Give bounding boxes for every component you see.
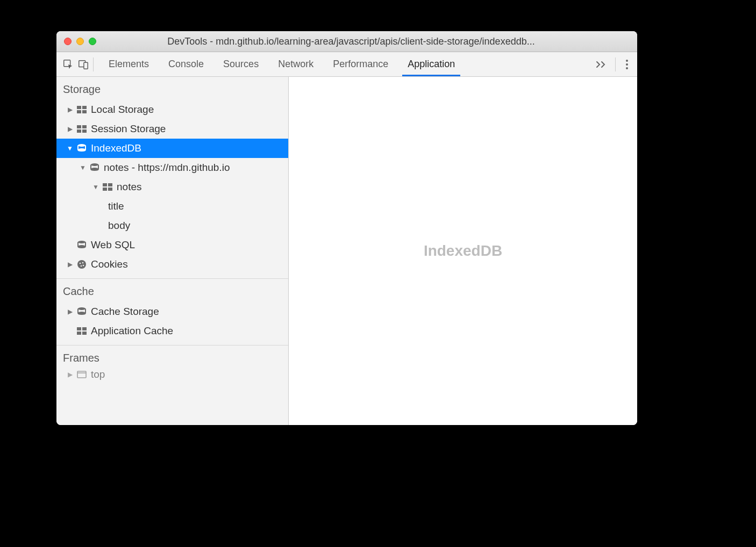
frame-icon: [76, 371, 88, 378]
svg-point-27: [81, 265, 82, 267]
section-header-cache: Cache: [56, 279, 288, 302]
tree-item-label: top: [91, 369, 105, 380]
window-title: DevTools - mdn.github.io/learning-area/j…: [105, 36, 630, 47]
table-icon: [76, 327, 88, 335]
main-content-pane: IndexedDB: [289, 77, 637, 425]
sidebar-item-web-sql[interactable]: Web SQL: [56, 235, 288, 255]
svg-rect-8: [77, 110, 81, 113]
svg-point-15: [78, 148, 85, 151]
svg-rect-33: [77, 332, 81, 335]
zoom-window-button[interactable]: [89, 38, 96, 45]
svg-point-28: [83, 265, 84, 267]
devtools-window: DevTools - mdn.github.io/learning-area/j…: [56, 31, 637, 425]
svg-rect-12: [77, 129, 81, 133]
sidebar-item-local-storage[interactable]: ▶ Local Storage: [56, 100, 288, 119]
svg-point-5: [626, 67, 628, 69]
table-icon: [76, 125, 88, 133]
tree-item-label: Local Storage: [91, 104, 154, 116]
inspect-element-icon[interactable]: [61, 57, 76, 72]
svg-rect-32: [82, 327, 87, 330]
tab-application[interactable]: Application: [398, 52, 465, 76]
svg-rect-21: [108, 188, 112, 191]
sidebar-item-application-cache[interactable]: Application Cache: [56, 321, 288, 341]
sidebar-item-cookies[interactable]: ▶ Cookies: [56, 255, 288, 274]
svg-point-26: [82, 262, 84, 264]
database-icon: [76, 143, 88, 153]
svg-rect-11: [82, 125, 87, 128]
svg-rect-20: [103, 188, 107, 191]
minimize-window-button[interactable]: [76, 38, 84, 45]
tab-console[interactable]: Console: [159, 52, 213, 76]
database-icon: [89, 163, 101, 172]
main-placeholder-text: IndexedDB: [424, 242, 502, 260]
tree-item-label: title: [108, 200, 124, 212]
svg-point-14: [78, 144, 85, 147]
tab-network[interactable]: Network: [268, 52, 323, 76]
svg-point-3: [626, 60, 628, 62]
tabs-overflow-icon[interactable]: [589, 61, 613, 68]
tab-performance[interactable]: Performance: [323, 52, 398, 76]
svg-rect-19: [108, 183, 112, 186]
sidebar-item-index-body[interactable]: body: [56, 216, 288, 235]
svg-rect-6: [77, 106, 81, 109]
sidebar-item-frame-top[interactable]: ▶ top: [56, 369, 288, 380]
tree-item-label: body: [108, 220, 130, 232]
svg-point-22: [78, 241, 85, 243]
application-sidebar: Storage ▶ Local Storage ▶ Session Storag…: [56, 77, 289, 425]
tree-item-label: IndexedDB: [91, 142, 141, 154]
tree-item-label: notes - https://mdn.github.io: [104, 162, 230, 174]
svg-rect-34: [82, 332, 87, 335]
section-header-storage: Storage: [56, 77, 288, 100]
titlebar: DevTools - mdn.github.io/learning-area/j…: [56, 31, 637, 52]
table-icon: [102, 183, 113, 191]
collapse-arrow-icon: ▼: [92, 183, 99, 191]
expand-arrow-icon: ▶: [66, 371, 74, 378]
collapse-arrow-icon: ▼: [79, 164, 87, 171]
sidebar-item-indexeddb-database[interactable]: ▼ notes - https://mdn.github.io: [56, 158, 288, 177]
database-icon: [76, 307, 88, 316]
tab-sources[interactable]: Sources: [213, 52, 268, 76]
svg-rect-10: [77, 125, 81, 128]
sidebar-item-indexeddb-store[interactable]: ▼ notes: [56, 177, 288, 197]
tree-item-label: Web SQL: [91, 239, 135, 251]
collapse-arrow-icon: ▼: [66, 145, 74, 152]
device-toolbar-icon[interactable]: [76, 57, 91, 72]
svg-rect-31: [77, 327, 81, 330]
sidebar-item-cache-storage[interactable]: ▶ Cache Storage: [56, 302, 288, 321]
expand-arrow-icon: ▶: [66, 125, 74, 133]
sidebar-item-indexeddb[interactable]: ▼ IndexedDB: [56, 139, 288, 158]
expand-arrow-icon: ▶: [66, 261, 74, 268]
tree-item-label: Session Storage: [91, 123, 166, 135]
expand-arrow-icon: ▶: [66, 308, 74, 315]
expand-arrow-icon: ▶: [66, 106, 74, 113]
tree-item-label: notes: [117, 181, 141, 193]
traffic-lights: [64, 38, 96, 45]
table-icon: [76, 106, 88, 113]
panel-tabs: Elements Console Sources Network Perform…: [99, 52, 589, 76]
more-options-icon[interactable]: [621, 59, 633, 70]
svg-rect-13: [82, 129, 87, 133]
svg-point-30: [78, 312, 85, 314]
svg-rect-2: [84, 62, 88, 69]
close-window-button[interactable]: [64, 38, 72, 45]
svg-point-23: [78, 245, 85, 248]
toolbar-separator: [615, 57, 616, 71]
devtools-toolbar: Elements Console Sources Network Perform…: [56, 52, 637, 77]
svg-point-29: [78, 307, 85, 310]
svg-point-25: [80, 263, 81, 264]
svg-rect-7: [82, 106, 87, 109]
sidebar-item-session-storage[interactable]: ▶ Session Storage: [56, 119, 288, 139]
cookie-icon: [76, 260, 88, 269]
tab-elements[interactable]: Elements: [99, 52, 159, 76]
sidebar-item-index-title[interactable]: title: [56, 197, 288, 216]
tree-item-label: Cache Storage: [91, 306, 159, 318]
database-icon: [76, 240, 88, 250]
svg-rect-18: [103, 183, 107, 186]
svg-point-16: [91, 163, 98, 166]
toolbar-separator: [93, 57, 94, 71]
svg-point-24: [77, 260, 86, 269]
tree-item-label: Cookies: [91, 258, 128, 270]
svg-point-17: [91, 168, 98, 170]
content-area: Storage ▶ Local Storage ▶ Session Storag…: [56, 77, 637, 425]
svg-point-4: [626, 63, 628, 66]
